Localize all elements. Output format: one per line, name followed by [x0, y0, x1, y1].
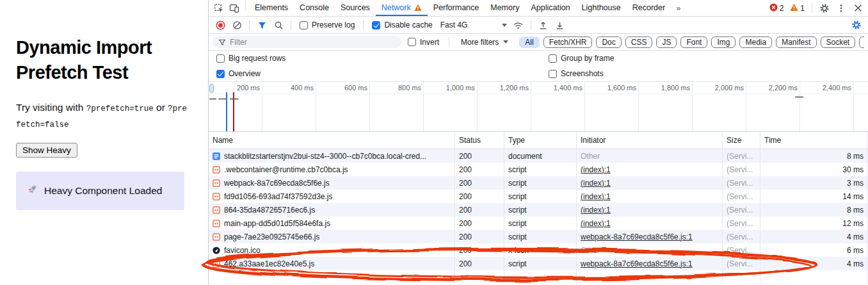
initiator-link[interactable]: webpack-8a7c69ecda8c5f6e.js:1 [581, 259, 693, 268]
request-row[interactable]: .webcontainer@runtime.cb7c0bca.js200scri… [209, 163, 868, 176]
warning-badge[interactable]: 1 [787, 3, 807, 13]
inspect-element-icon[interactable] [211, 1, 227, 15]
disable-cache-checkbox[interactable]: Disable cache [368, 20, 436, 29]
empty-cell [577, 270, 723, 284]
device-toolbar-icon[interactable] [227, 1, 242, 15]
more-tabs-button[interactable]: » [671, 0, 686, 16]
chip-wasm[interactable]: Wasm [859, 37, 864, 48]
column-header-type[interactable]: Type [504, 132, 577, 149]
tab-application[interactable]: Application [525, 0, 575, 16]
chip-socket[interactable]: Socket [821, 37, 856, 48]
request-status: 200 [455, 163, 504, 176]
column-header-time[interactable]: Time [760, 132, 868, 149]
invert-checkbox[interactable]: Invert [404, 38, 443, 47]
favicon-icon [213, 247, 220, 254]
request-row[interactable]: stackblitzstarterstjnv2bui-stz4--3000--c… [209, 149, 868, 163]
tab-lighthouse[interactable]: Lighthouse [576, 0, 627, 16]
error-badge[interactable]: 2 [767, 3, 787, 13]
request-name: .webcontainer@runtime.cb7c0bca.js [224, 165, 348, 174]
chip-fetch-xhr[interactable]: Fetch/XHR [543, 37, 593, 48]
chip-js[interactable]: JS [656, 37, 677, 48]
throttling-dropdown[interactable]: Fast 4G [438, 20, 510, 29]
export-har-icon[interactable] [552, 18, 568, 32]
chip-media[interactable]: Media [739, 37, 772, 48]
request-row[interactable]: page-7ae23e0925745e66.js200scriptwebpack… [209, 230, 868, 243]
timeline-tick: 600 ms [316, 82, 370, 131]
screenshots-checkbox[interactable]: Screenshots [545, 69, 607, 78]
record-network-log-button[interactable] [213, 18, 228, 32]
column-header-name[interactable]: Name [209, 132, 455, 149]
chip-all[interactable]: All [519, 37, 539, 48]
empty-cell [760, 270, 868, 284]
network-conditions-icon[interactable] [511, 18, 526, 32]
column-header-status[interactable]: Status [455, 132, 504, 149]
tab-elements[interactable]: Elements [249, 0, 294, 16]
request-row[interactable]: webpack-8a7c69ecda8c5f6e.js200script(ind… [209, 176, 868, 190]
big-request-rows-label: Big request rows [229, 54, 285, 63]
error-icon [769, 3, 778, 13]
search-icon[interactable] [271, 18, 286, 32]
settings-gear-icon[interactable] [817, 1, 832, 15]
more-filters-dropdown[interactable]: More filters [455, 38, 514, 47]
kebab-menu-icon[interactable] [833, 1, 849, 15]
devtools-panel: ElementsConsoleSourcesNetworkPerformance… [208, 0, 868, 285]
network-overview-timeline[interactable]: 200 ms400 ms600 ms800 ms1,000 ms1,200 ms… [209, 81, 868, 132]
tab-memory[interactable]: Memory [485, 0, 525, 16]
column-header-initiator[interactable]: Initiator [577, 132, 723, 149]
timeline-brush-handle[interactable] [209, 84, 214, 93]
request-row[interactable]: favicon.ico200x-iconOther(Servi...6 ms [209, 243, 868, 257]
chip-img[interactable]: Img [711, 37, 735, 48]
domcontentloaded-line [226, 92, 227, 131]
tab-network[interactable]: Network [376, 0, 428, 16]
initiator-link[interactable]: (index):1 [581, 179, 611, 188]
filter-input[interactable] [230, 38, 396, 47]
big-request-rows-checkbox[interactable]: Big request rows [213, 54, 545, 63]
request-row[interactable]: fd9d1056-693ad74f37592d3e.js200script(in… [209, 190, 868, 203]
checkbox-box [549, 54, 557, 63]
initiator-link[interactable]: (index):1 [581, 192, 611, 201]
options-row-2: Overview Screenshots [209, 66, 868, 81]
divider [249, 20, 250, 30]
network-settings-gear-icon[interactable] [849, 18, 864, 32]
request-type: script [504, 203, 577, 216]
chevron-down-icon [502, 24, 507, 27]
chip-manifest[interactable]: Manifest [776, 37, 816, 48]
timeline-tick: 1,600 ms [585, 82, 639, 131]
tab-sources[interactable]: Sources [335, 0, 376, 16]
request-type: script [504, 176, 577, 190]
overview-checkbox[interactable]: Overview [213, 69, 545, 78]
chip-doc[interactable]: Doc [596, 37, 621, 48]
divider [812, 3, 812, 13]
column-header-size[interactable]: Size [723, 132, 760, 149]
tab-console[interactable]: Console [294, 0, 335, 16]
initiator-link[interactable]: webpack-8a7c69ecda8c5f6e.js:1 [581, 232, 693, 241]
group-by-frame-checkbox[interactable]: Group by frame [545, 54, 618, 63]
clear-network-log-icon[interactable] [229, 18, 245, 32]
chip-font[interactable]: Font [680, 37, 707, 48]
tab-performance[interactable]: Performance [428, 0, 485, 16]
close-icon[interactable] [850, 1, 865, 15]
load-event-line [233, 92, 234, 131]
initiator-link[interactable]: (index):1 [581, 206, 611, 215]
request-row[interactable]: 864-35da487265716ec6.js200script(index):… [209, 203, 868, 216]
request-name: webpack-8a7c69ecda8c5f6e.js [224, 179, 330, 188]
tab-label: Performance [433, 3, 479, 12]
initiator-link[interactable]: (index):1 [581, 219, 611, 228]
empty-cell [723, 270, 760, 284]
preserve-log-checkbox[interactable]: Preserve log [296, 20, 358, 29]
tab-recorder[interactable]: Recorder [627, 0, 671, 16]
request-time: 30 ms [760, 163, 868, 176]
request-size: (Servi... [723, 243, 760, 257]
initiator-link[interactable]: (index):1 [581, 165, 611, 174]
request-name: 864-35da487265716ec6.js [224, 206, 315, 215]
chip-css[interactable]: CSS [625, 37, 653, 48]
tab-label: Recorder [632, 3, 665, 12]
checkbox-box [216, 70, 225, 78]
show-heavy-button[interactable]: Show Heavy [16, 143, 77, 158]
request-row-annotated[interactable]: 462.a33aae1ec82e40e5.js200scriptwebpack-… [209, 257, 868, 270]
import-har-icon[interactable] [536, 18, 551, 32]
request-time: 8 ms [760, 203, 868, 216]
tab-label: Elements [255, 3, 288, 12]
filter-funnel-icon[interactable] [254, 18, 269, 32]
request-row[interactable]: main-app-dd5d01d5f584e6fa.js200script(in… [209, 216, 868, 230]
